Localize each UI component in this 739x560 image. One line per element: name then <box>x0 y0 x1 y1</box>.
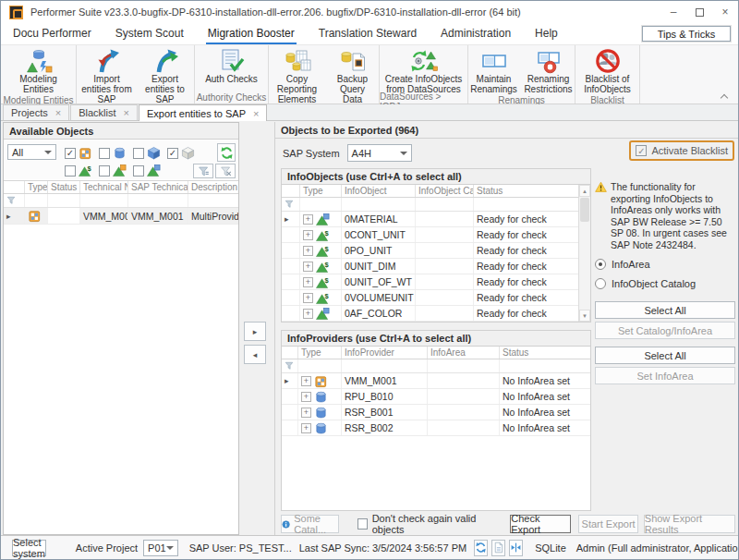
table-row[interactable]: ▸ + 0MATERIAL Ready for check <box>282 212 590 227</box>
column-header[interactable]: Type <box>25 181 48 193</box>
set-infoarea-button[interactable]: Set InfoArea <box>595 367 735 384</box>
table-row[interactable]: + RSR_B002 No InfoArea set <box>282 420 590 436</box>
ribbon-collapse-icon[interactable] <box>721 92 729 101</box>
infoarea-radio[interactable] <box>595 259 606 270</box>
check-export-button[interactable]: Check Export <box>510 515 571 533</box>
column-header[interactable]: Status <box>474 185 578 197</box>
filter-row[interactable] <box>4 194 238 208</box>
active-project-combo[interactable]: P01 <box>143 540 178 556</box>
expand-plus-icon[interactable]: + <box>303 293 313 303</box>
menu-help[interactable]: Help <box>533 23 560 44</box>
column-header[interactable]: InfoObject Ca... <box>416 185 474 197</box>
column-header[interactable]: InfoProvider <box>342 347 428 359</box>
column-header[interactable]: SAP Technical ... <box>128 181 188 193</box>
maintain-renamings-button[interactable]: Maintain Renamings <box>468 47 520 95</box>
table-row[interactable]: + 0UNIT_DIM Ready for check <box>282 259 590 274</box>
expand-plus-icon[interactable]: + <box>303 277 313 287</box>
dso-checkbox[interactable] <box>133 148 144 159</box>
table-row[interactable]: + 0VOLUMEUNIT Ready for check <box>282 290 590 306</box>
menu-migration-booster[interactable]: Migration Booster <box>206 23 297 44</box>
table-row[interactable]: ▸ VMM_M001 VMM_M001 MultiProvide... <box>4 208 238 225</box>
filter-row[interactable] <box>282 359 590 373</box>
create-infoobjects-button[interactable]: Create InfoObjects from DataSources <box>382 47 466 95</box>
infoobjects-scrollbar[interactable]: ▲ ▼ <box>578 185 590 322</box>
infoproviders-select-all-button[interactable]: Select All <box>595 347 735 364</box>
backup-query-data-button[interactable]: Backup Query Data <box>327 47 379 105</box>
refresh-button[interactable] <box>217 143 236 162</box>
keyfigure-checkbox[interactable] <box>65 165 76 177</box>
maximize-button[interactable] <box>686 1 712 23</box>
tab-close-icon[interactable]: × <box>55 107 61 118</box>
import-entities-button[interactable]: Import entities from SAP <box>79 47 136 105</box>
tab-blacklist[interactable]: Blacklist × <box>70 104 138 120</box>
select-system-button[interactable]: Select system <box>12 540 46 556</box>
auth-checks-button[interactable]: Auth Checks <box>198 47 266 91</box>
dont-check-checkbox[interactable] <box>357 518 368 530</box>
some-catalogs-button[interactable]: Some Catal... <box>281 515 339 533</box>
expand-plus-icon[interactable]: + <box>303 309 313 319</box>
move-right-button[interactable]: ▸ <box>244 322 266 341</box>
menu-system-scout[interactable]: System Scout <box>114 23 186 44</box>
infoobjects-select-all-button[interactable]: Select All <box>595 301 735 319</box>
log-document-button[interactable] <box>491 540 505 556</box>
table-row[interactable]: + 0AF_COLOR Ready for check <box>282 306 590 322</box>
infoarea-radio-option[interactable]: InfoArea <box>595 259 735 270</box>
column-header[interactable]: Type <box>298 347 342 359</box>
expand-plus-icon[interactable]: + <box>303 246 313 256</box>
expand-plus-icon[interactable]: + <box>301 392 311 402</box>
menu-administration[interactable]: Administration <box>439 23 513 44</box>
infoobject-catalog-radio-option[interactable]: InfoObject Catalog <box>595 278 735 289</box>
export-entities-button[interactable]: Export entities to SAP <box>138 47 193 105</box>
edit-filter-button[interactable] <box>193 164 213 178</box>
column-header[interactable]: Type <box>300 185 342 197</box>
modeling-entities-button[interactable]: Modeling Entities <box>6 47 72 95</box>
clear-filter-button[interactable] <box>215 164 236 178</box>
table-row[interactable]: + RPU_B010 No InfoArea set <box>282 389 590 405</box>
infoobject-catalog-radio[interactable] <box>595 278 606 289</box>
column-header[interactable]: Technical N... <box>80 181 128 193</box>
expand-plus-icon[interactable]: + <box>301 423 311 433</box>
tips-and-tricks-button[interactable]: Tips & Tricks <box>642 26 731 42</box>
filter-compositeprovider[interactable]: ✓ <box>167 146 195 160</box>
tab-projects[interactable]: Projects × <box>3 104 69 120</box>
renaming-restrictions-button[interactable]: Renaming Restrictions <box>522 47 575 95</box>
show-export-results-button[interactable]: Show Export Results <box>644 515 735 533</box>
activate-blacklist-checkbox[interactable]: ✓ <box>636 145 647 156</box>
copy-reporting-elements-button[interactable]: Copy Reporting Elements <box>270 47 325 105</box>
table-row[interactable]: + 0UNIT_OF_WT Ready for check <box>282 274 590 290</box>
menu-docu-performer[interactable]: Docu Performer <box>11 23 93 44</box>
expand-plus-icon[interactable]: + <box>303 262 313 272</box>
type-filter-combo[interactable]: All <box>7 144 56 160</box>
expand-plus-icon[interactable]: + <box>303 230 313 240</box>
scrollbar-thumb[interactable] <box>580 198 589 222</box>
column-header[interactable]: InfoObject <box>342 185 416 197</box>
table-row[interactable]: ▸ + VMM_M001 No InfoArea set <box>282 373 590 389</box>
sync-button[interactable] <box>474 540 488 556</box>
expand-plus-icon[interactable]: + <box>301 376 311 386</box>
filter-dso[interactable] <box>133 146 161 160</box>
filter-row[interactable] <box>282 198 590 212</box>
blacklist-infoobjects-button[interactable]: Blacklist of InfoObjects <box>578 47 637 95</box>
close-button[interactable]: × <box>712 1 738 23</box>
set-catalog-infoarea-button[interactable]: Set Catalog/InfoArea <box>595 322 735 339</box>
expand-plus-icon[interactable]: + <box>301 408 311 418</box>
minimize-button[interactable]: – <box>660 1 686 23</box>
menu-translation-steward[interactable]: Translation Steward <box>317 23 418 44</box>
scroll-up-icon[interactable]: ▲ <box>579 185 590 197</box>
filter-characteristic[interactable] <box>133 164 161 177</box>
move-left-button[interactable]: ◂ <box>244 345 266 364</box>
start-export-button[interactable]: Start Export <box>578 515 637 533</box>
scroll-down-icon[interactable]: ▼ <box>579 310 590 322</box>
tab-close-icon[interactable]: × <box>124 107 129 118</box>
compositeprovider-checkbox[interactable]: ✓ <box>167 148 178 159</box>
expand-plus-icon[interactable]: + <box>303 214 313 225</box>
table-row[interactable]: + RSR_B001 No InfoArea set <box>282 405 590 420</box>
column-header[interactable]: InfoArea <box>428 347 500 359</box>
table-row[interactable]: + 0PO_UNIT Ready for check <box>282 243 590 259</box>
infocube-checkbox[interactable] <box>99 148 110 159</box>
tab-close-icon[interactable]: × <box>253 108 259 119</box>
column-header[interactable]: Description ... <box>188 181 238 193</box>
filter-unit[interactable] <box>99 164 127 177</box>
tab-export-entities[interactable]: Export entities to SAP × <box>139 104 267 121</box>
unit-checkbox[interactable] <box>99 165 110 177</box>
